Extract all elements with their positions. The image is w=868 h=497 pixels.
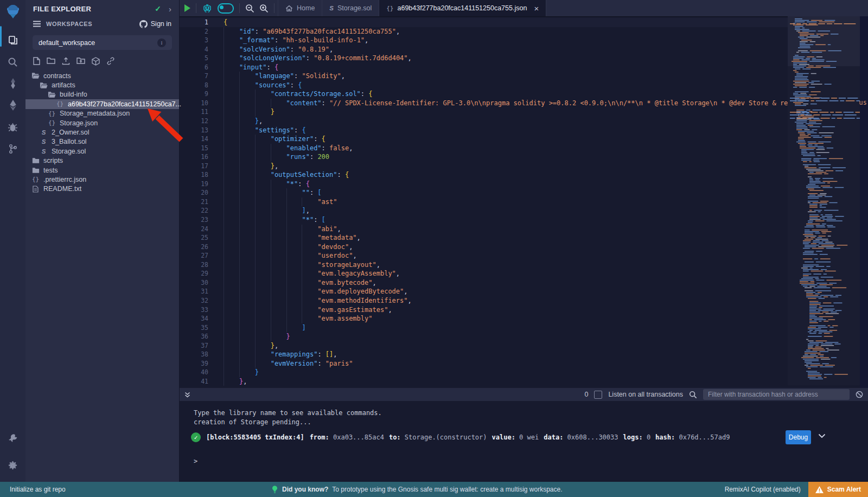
- code-line[interactable]: 37},: [179, 341, 860, 351]
- code-line[interactable]: 30"evm.bytecode",: [179, 278, 860, 288]
- code-line[interactable]: 25"metadata",: [179, 233, 860, 243]
- filter-input[interactable]: [703, 389, 850, 400]
- code-line[interactable]: 13"settings": {: [179, 126, 860, 135]
- code-line[interactable]: 21"ast": [179, 197, 860, 207]
- chevron-right-icon[interactable]: ›: [169, 5, 171, 13]
- code-line[interactable]: 31"evm.deployedBytecode",: [179, 287, 860, 296]
- code-line[interactable]: 29"evm.legacyAssembly",: [179, 269, 860, 278]
- code-line[interactable]: 20"": [: [179, 188, 860, 197]
- upload-folder-icon[interactable]: [76, 57, 85, 66]
- minimap[interactable]: [788, 16, 860, 385]
- settings-gear-icon[interactable]: [0, 455, 25, 476]
- expand-tx-icon[interactable]: [818, 434, 826, 438]
- zoom-out-icon[interactable]: [245, 4, 254, 13]
- zoom-in-icon[interactable]: [259, 4, 269, 13]
- code-line[interactable]: 41},: [179, 377, 860, 386]
- line-content: "sources": {: [217, 81, 302, 90]
- link-icon[interactable]: [106, 57, 115, 66]
- copilot-status[interactable]: RemixAI Copilot (enabled): [725, 486, 801, 493]
- tree-item[interactable]: artifacts: [25, 80, 179, 90]
- expand-terminal-icon[interactable]: [184, 391, 191, 398]
- code-line[interactable]: 35]: [179, 323, 860, 333]
- code-line[interactable]: 38"remappings": [],: [179, 350, 860, 359]
- code-line[interactable]: 8"sources": {: [179, 81, 860, 90]
- tree-item[interactable]: {}.prettierrc.json: [25, 175, 179, 184]
- transaction-row[interactable]: ✓ [block:5583405 txIndex:4]from: 0xa03..…: [191, 429, 868, 445]
- tree-item[interactable]: scripts: [25, 156, 179, 165]
- editor-scrollbar[interactable]: [860, 16, 868, 388]
- code-line[interactable]: 12},: [179, 117, 860, 126]
- new-folder-icon[interactable]: [47, 57, 55, 66]
- code-line[interactable]: 27"userdoc",: [179, 251, 860, 260]
- code-line[interactable]: 39"evmVersion": "paris": [179, 359, 860, 368]
- terminal-prompt[interactable]: >: [194, 457, 197, 465]
- code-line[interactable]: 24"abi",: [179, 225, 860, 234]
- deploy-run-icon[interactable]: [0, 94, 25, 116]
- code-line[interactable]: 36}: [179, 332, 860, 341]
- code-line[interactable]: 10"content": "// SPDX-License-Identifier…: [179, 99, 860, 108]
- hamburger-menu-icon[interactable]: [33, 21, 41, 27]
- code-line[interactable]: 32"evm.methodIdentifiers",: [179, 296, 860, 305]
- sign-in-button[interactable]: Sign in: [139, 20, 171, 28]
- code-line[interactable]: 34"evm.assembly": [179, 314, 860, 323]
- upload-file-icon[interactable]: [62, 57, 70, 66]
- code-line[interactable]: 7"language": "Solidity",: [179, 72, 860, 81]
- code-line[interactable]: 40}: [179, 368, 860, 377]
- tree-item[interactable]: README.txt: [25, 184, 179, 194]
- code-line[interactable]: 19"*": {: [179, 180, 860, 189]
- file-explorer-icon[interactable]: [0, 29, 25, 51]
- code-line[interactable]: 16"runs": 200: [179, 152, 860, 162]
- tree-item[interactable]: build-info: [25, 90, 179, 99]
- tree-item[interactable]: S2_Owner.sol: [25, 128, 179, 137]
- code-line[interactable]: 28"storageLayout",: [179, 260, 860, 270]
- code-line[interactable]: 14"optimizer": {: [179, 135, 860, 144]
- tree-item[interactable]: tests: [25, 165, 179, 175]
- debugger-icon[interactable]: [0, 116, 25, 138]
- tab-storage-sol[interactable]: SStorage.sol: [322, 0, 379, 16]
- tab-a69b43f277ba20fcac141151250ca755-json[interactable]: {}a69b43f277ba20fcac141151250ca755.json×: [379, 0, 546, 16]
- clear-filter-icon[interactable]: [856, 391, 863, 398]
- close-tab-icon[interactable]: ×: [534, 4, 539, 12]
- git-init-button[interactable]: Initialize as git repo: [10, 486, 66, 493]
- code-editor[interactable]: 1{2"id": "a69b43f277ba20fcac141151250ca7…: [179, 16, 868, 388]
- run-script-button[interactable]: [184, 4, 190, 12]
- code-line[interactable]: 4"solcVersion": "0.8.19",: [179, 45, 860, 54]
- debug-button[interactable]: Debug: [786, 430, 811, 444]
- tree-item[interactable]: S3_Ballot.sol: [25, 137, 179, 146]
- workspace-switch-icon[interactable]: ↕: [157, 39, 166, 47]
- remixai-robot-icon[interactable]: [202, 3, 213, 14]
- search-icon[interactable]: [0, 51, 25, 73]
- tree-item[interactable]: {}Storage.json: [25, 118, 179, 128]
- tree-item[interactable]: contracts: [25, 71, 179, 80]
- git-icon[interactable]: [0, 138, 25, 160]
- tab-home[interactable]: Home: [278, 0, 322, 16]
- code-line[interactable]: 9"contracts/Storage.sol": {: [179, 90, 860, 99]
- cube-icon[interactable]: [92, 57, 100, 66]
- code-line[interactable]: 15"enabled": false,: [179, 144, 860, 153]
- code-line[interactable]: 3"_format": "hh-sol-build-info-1",: [179, 36, 860, 45]
- code-line[interactable]: 2"id": "a69b43f277ba20fcac141151250ca755…: [179, 27, 860, 36]
- code-line[interactable]: 5"solcLongVersion": "0.8.19+commit.7dd6d…: [179, 54, 860, 63]
- plugin-manager-icon[interactable]: [0, 428, 25, 449]
- copilot-toggle[interactable]: [218, 3, 234, 14]
- code-line[interactable]: 18"outputSelection": {: [179, 170, 860, 180]
- code-line[interactable]: 33"evm.gasEstimates",: [179, 305, 860, 315]
- code-line[interactable]: 17},: [179, 162, 860, 171]
- code-line[interactable]: 6"input": {: [179, 63, 860, 72]
- workspace-select[interactable]: default_workspace ↕: [33, 35, 172, 50]
- scam-alert-button[interactable]: Scam Alert: [808, 482, 868, 497]
- new-file-icon[interactable]: [33, 57, 40, 66]
- tree-item[interactable]: {}Storage_metadata.json: [25, 109, 179, 118]
- code-line[interactable]: 11}: [179, 107, 860, 117]
- code-line[interactable]: 26"devdoc",: [179, 243, 860, 252]
- tree-item[interactable]: SStorage.sol: [25, 146, 179, 156]
- code-line[interactable]: 23"*": [: [179, 215, 860, 225]
- listen-checkbox[interactable]: [594, 391, 602, 399]
- terminal-search-icon[interactable]: [689, 391, 697, 399]
- remix-logo-icon[interactable]: [5, 3, 21, 20]
- solidity-compiler-icon[interactable]: [0, 73, 25, 94]
- code-line[interactable]: 22],: [179, 206, 860, 215]
- workspaces-row: WORKSPACES Sign in: [25, 17, 179, 30]
- tree-item[interactable]: {}a69b43f277ba20fcac141151250ca7...: [25, 99, 179, 109]
- code-line[interactable]: 1{: [179, 18, 860, 27]
